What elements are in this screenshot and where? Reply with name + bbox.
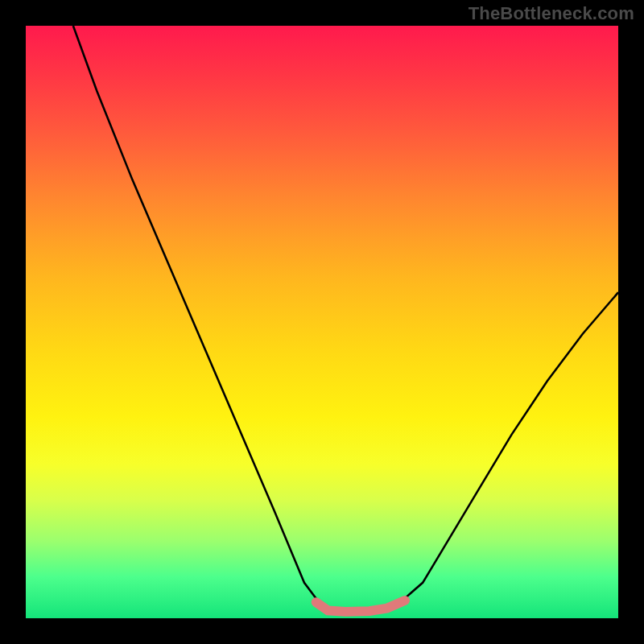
chart-frame: TheBottleneck.com <box>0 0 644 644</box>
curve-svg <box>26 26 618 618</box>
pink-bottom-band-path <box>316 601 405 612</box>
attribution-text: TheBottleneck.com <box>469 3 634 24</box>
black-curve-path <box>73 26 618 613</box>
plot-area <box>26 26 618 618</box>
